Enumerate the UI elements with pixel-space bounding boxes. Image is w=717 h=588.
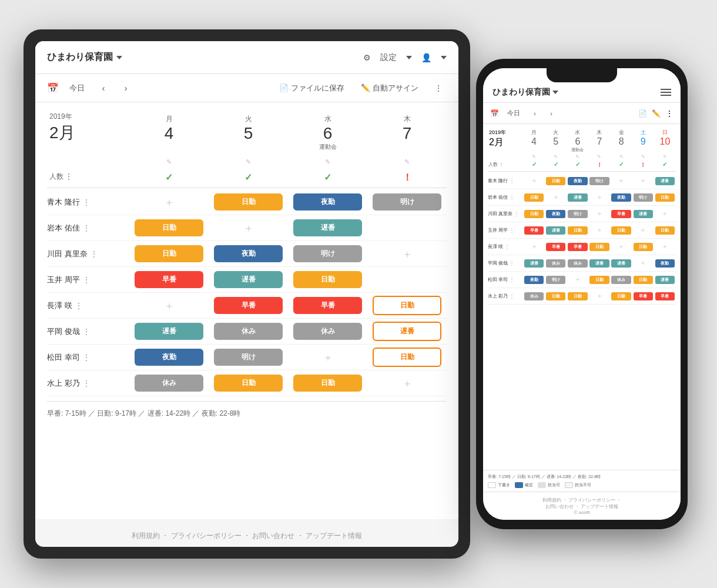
- month-label: 2019年 2月: [47, 112, 129, 153]
- tablet-toolbar: 📅 今日 ‹ › 📄 ファイルに保存 ✏️ 自動アサイン ⋮: [35, 74, 458, 102]
- shift-cell[interactable]: ＋: [367, 375, 447, 392]
- user-icon[interactable]: 👤: [421, 53, 431, 62]
- phone-title-chevron[interactable]: [552, 91, 558, 94]
- hamburger-menu[interactable]: [661, 89, 671, 96]
- shift-cell[interactable]: ＋: [367, 245, 447, 263]
- table-row: 川田 真里奈 ⋮ 日勤 夜勤 明け ＋: [47, 241, 447, 267]
- shift-cell[interactable]: 夜勤: [288, 192, 367, 212]
- tablet-footer: 利用規約 ・ プライバシーポリシー ・ お問い合わせ ・ アップデート情報: [35, 519, 458, 547]
- shift-cell[interactable]: 明け: [209, 347, 288, 368]
- prev-button[interactable]: ‹: [95, 80, 112, 96]
- shift-cell[interactable]: 日勤: [129, 243, 209, 264]
- day-col-mon: 月 4: [129, 112, 209, 153]
- user-chevron[interactable]: [441, 56, 447, 59]
- phone-app-name[interactable]: ひまわり保育園: [492, 87, 558, 98]
- shift-cell[interactable]: 遅番: [209, 269, 288, 290]
- table-row: 水上 彩乃⋮ 休み 日勤 日勤 ＋ 日勤 早番 早番: [488, 288, 676, 305]
- shift-cell[interactable]: 遅番: [367, 320, 447, 343]
- shift-cell[interactable]: 明け: [288, 243, 367, 264]
- staff-name: 岩本 佑佳 ⋮: [47, 220, 129, 236]
- phone-toolbar: 📅 今日 ‹ › 📄 ✏️ ⋮: [483, 103, 681, 124]
- table-row: 松田 幸司⋮ 夜勤 明け ＋ 日勤 休み 日勤 遅番: [488, 272, 676, 288]
- shift-cell[interactable]: 早番: [209, 295, 288, 316]
- staff-name: 青木 隆行 ⋮: [47, 195, 129, 210]
- count-row: 人数 ⋮ ✓ ✓ ✓ ！: [47, 168, 447, 188]
- calendar-grid: 2019年 2月 月 4 火 5: [47, 112, 447, 421]
- shift-cell[interactable]: 日勤: [288, 269, 367, 290]
- shift-cell[interactable]: 明け: [367, 192, 447, 212]
- shift-cell[interactable]: ＋: [129, 193, 209, 211]
- shift-cell[interactable]: [367, 278, 447, 282]
- shift-cell[interactable]: 日勤: [209, 373, 288, 393]
- phone-today-button[interactable]: 今日: [502, 106, 525, 120]
- tablet-header: ひまわり保育園 ⚙ 設定 👤: [35, 41, 458, 74]
- gear-icon[interactable]: ⚙: [363, 53, 371, 62]
- staff-name: 水上 彩乃⋮: [488, 293, 523, 299]
- today-button[interactable]: 今日: [65, 81, 89, 96]
- next-button[interactable]: ›: [118, 80, 134, 96]
- table-row: 玉井 周平 ⋮ 早番 遅番 日勤: [47, 267, 447, 293]
- table-row: 川田 真里奈⋮ 日勤 夜勤 明け ＋ 早番 遅番 ＋: [488, 206, 676, 222]
- tablet-app-name[interactable]: ひまわり保育園: [47, 51, 122, 64]
- shift-cell[interactable]: ＋: [209, 219, 288, 237]
- table-row: 平岡 俊哉⋮ 遅番 休み 休み 遅番 遅番 ＋ 夜勤: [488, 255, 676, 272]
- phone-calendar-icon[interactable]: 📅: [490, 109, 499, 118]
- shift-cell[interactable]: 日勤: [209, 192, 288, 212]
- count-mon: ✓: [129, 168, 209, 188]
- phone-next-button[interactable]: ›: [545, 107, 558, 120]
- legend: 早番: 7-15時 ／ 日勤: 9-17時 ／ 遅番: 14-22時 ／ 夜勤:…: [47, 401, 447, 421]
- shift-cell[interactable]: ＋: [288, 349, 367, 366]
- phone-wand-icon[interactable]: ✏️: [652, 109, 661, 118]
- month-header: 2019年 2月 月 4 火 5: [47, 112, 447, 153]
- shift-cell[interactable]: 日勤: [129, 218, 209, 238]
- shift-cell[interactable]: 夜勤: [209, 243, 288, 264]
- phone-edit-row: ✎ ✎ ✎ ✎ ✎ ✎ ✎: [488, 154, 676, 159]
- count-tue: ✓: [209, 168, 288, 188]
- staff-name: 松田 幸司 ⋮: [47, 350, 129, 365]
- phone-content: 2019年 2月 月 4 火 5 水 6: [483, 124, 681, 470]
- tablet-header-actions: ⚙ 設定 👤: [363, 52, 447, 63]
- settings-chevron[interactable]: [406, 56, 412, 59]
- shift-cell[interactable]: ＋: [129, 297, 209, 315]
- shift-cell[interactable]: 日勤: [367, 346, 447, 369]
- staff-name: 長澤 咲 ⋮: [47, 298, 129, 313]
- phone-device: ひまわり保育園 📅 今日 ‹ › 📄 ✏️: [476, 59, 688, 529]
- table-row: 長澤 咲 ⋮ ＋ 早番 早番 日勤: [47, 293, 447, 319]
- shift-cell[interactable]: 休み: [209, 321, 288, 342]
- staff-name: 玉井 周平⋮: [488, 227, 523, 233]
- more-button[interactable]: ⋮: [430, 80, 447, 96]
- shift-cell[interactable]: [367, 226, 447, 230]
- shift-cell[interactable]: 早番: [129, 269, 209, 290]
- staff-name: 平岡 俊哉⋮: [488, 260, 523, 266]
- staff-name: 岩本 佑佳⋮: [488, 194, 523, 201]
- phone-notch: [547, 68, 617, 82]
- shift-cell[interactable]: 遅番: [288, 218, 367, 238]
- shift-cell[interactable]: 休み: [288, 321, 367, 342]
- phone-prev-button[interactable]: ‹: [528, 107, 541, 120]
- legend-box-draft: 下書き: [488, 482, 510, 488]
- tablet-title: ひまわり保育園: [47, 51, 113, 64]
- shift-cell[interactable]: 日勤: [367, 294, 447, 317]
- shift-cell[interactable]: 夜勤: [129, 347, 209, 368]
- legend-box-confirmed: 確定: [515, 482, 533, 488]
- save-button[interactable]: 📄 ファイルに保存: [274, 81, 349, 96]
- phone-footer: 利用規約 ・ プライバシーポリシー ・ お問い合わせ ・ アップデート情報 © …: [483, 492, 681, 520]
- phone-count-label: 人数 ⋮: [488, 159, 523, 171]
- settings-label[interactable]: 設定: [380, 52, 397, 63]
- auto-assign-button[interactable]: ✏️ 自動アサイン: [356, 81, 423, 96]
- phone-count-row: 人数 ⋮ ✓ ✓ ✓ ！ ✓ ！ ✓: [488, 159, 676, 172]
- table-row: 水上 彩乃 ⋮ 休み 日勤 日勤 ＋: [47, 370, 447, 396]
- phone-more-icon[interactable]: ⋮: [665, 109, 674, 118]
- tablet-device: ひまわり保育園 ⚙ 設定 👤 📅 今日 ‹ ›: [24, 29, 470, 559]
- shift-cell[interactable]: 遅番: [129, 321, 209, 342]
- shift-cell[interactable]: 早番: [288, 295, 367, 316]
- tablet-title-chevron[interactable]: [116, 56, 122, 59]
- phone-file-icon[interactable]: 📄: [638, 109, 647, 118]
- phone-screen: ひまわり保育園 📅 今日 ‹ › 📄 ✏️: [483, 68, 681, 520]
- table-row: 長澤 咲⋮ ＋ 早番 早番 日勤 ＋ 日勤 ＋: [488, 239, 676, 255]
- shift-cell[interactable]: 休み: [129, 373, 209, 393]
- tablet-screen: ひまわり保育園 ⚙ 設定 👤 📅 今日 ‹ ›: [35, 41, 458, 547]
- day-col-thu: 木 7: [367, 112, 447, 153]
- calendar-icon[interactable]: 📅: [47, 82, 59, 93]
- shift-cell[interactable]: 日勤: [288, 373, 367, 393]
